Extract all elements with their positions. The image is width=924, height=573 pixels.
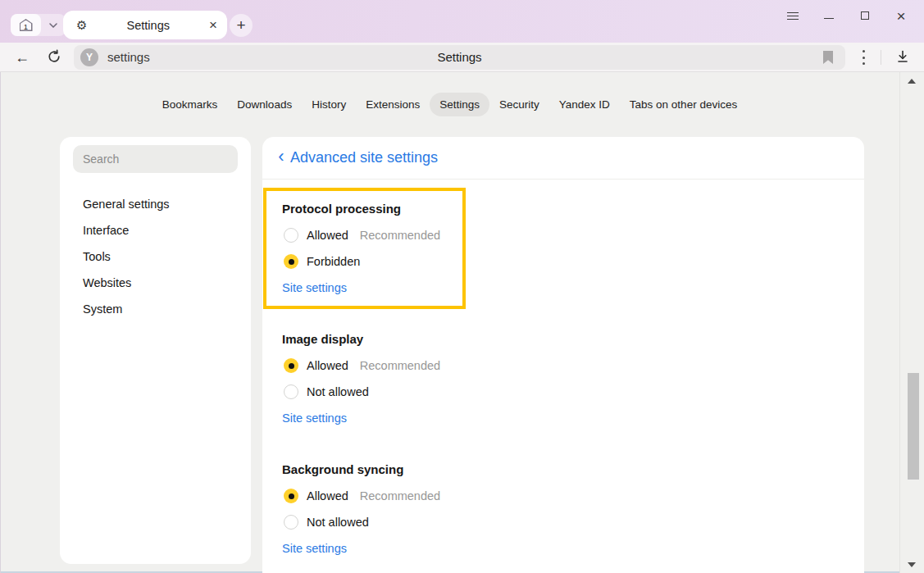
section-title: Image display xyxy=(282,331,864,348)
window-controls: × xyxy=(775,5,919,26)
maximize-button[interactable] xyxy=(847,5,883,26)
back-button[interactable]: ← xyxy=(12,48,32,67)
tab-counter-group: 1 xyxy=(11,14,66,36)
radio-option-image-display-allowed[interactable]: Allowed Recommended xyxy=(282,352,864,379)
settings-nav: BookmarksDownloadsHistoryExtensionsSetti… xyxy=(0,93,899,116)
advanced-settings-header[interactable]: ‹ Advanced site settings xyxy=(262,137,864,180)
new-tab-button[interactable]: + xyxy=(230,14,253,37)
close-icon: × xyxy=(896,8,905,24)
section-title: Protocol processing xyxy=(282,201,864,217)
close-window-button[interactable]: × xyxy=(883,5,919,26)
tab-close-icon[interactable]: × xyxy=(209,18,217,32)
address-bar[interactable]: Y settings Settings xyxy=(74,45,845,70)
sidebar-item-general-settings[interactable]: General settings xyxy=(60,191,251,217)
tab-count: 1 xyxy=(20,19,33,31)
chevron-left-icon: ‹ xyxy=(272,148,290,168)
site-settings-link[interactable]: Site settings xyxy=(282,275,347,301)
scroll-up-arrow-icon[interactable] xyxy=(908,79,916,84)
settings-nav-item-downloads[interactable]: Downloads xyxy=(227,93,302,116)
settings-nav-item-extensions[interactable]: Extensions xyxy=(356,93,430,116)
settings-section-background-syncing: Background syncing Allowed Recommended N… xyxy=(282,462,864,562)
settings-nav-item-history[interactable]: History xyxy=(302,93,356,116)
settings-nav-item-tabs-on-other-devices[interactable]: Tabs on other devices xyxy=(620,93,747,116)
radio-icon[interactable] xyxy=(284,384,298,399)
minimize-button[interactable] xyxy=(811,5,847,26)
tab-title: Settings xyxy=(87,19,209,32)
gear-icon: ⚙ xyxy=(76,19,87,31)
settings-sections: Protocol processing Allowed Recommended … xyxy=(262,180,864,562)
sidebar-item-tools[interactable]: Tools xyxy=(60,243,251,270)
settings-section-image-display: Image display Allowed Recommended Not al… xyxy=(282,331,864,431)
settings-sidebar: General settingsInterfaceToolsWebsitesSy… xyxy=(60,137,251,564)
radio-option-image-display-not-allowed[interactable]: Not allowed xyxy=(282,379,864,405)
radio-icon[interactable] xyxy=(284,358,298,373)
settings-nav-item-bookmarks[interactable]: Bookmarks xyxy=(152,93,228,116)
chevron-down-icon xyxy=(49,23,57,28)
sidebar-item-websites[interactable]: Websites xyxy=(60,270,251,296)
toolbar-separator xyxy=(881,50,881,65)
back-icon: ← xyxy=(15,49,30,66)
maximize-icon xyxy=(861,11,869,20)
minimize-icon xyxy=(824,18,834,19)
section-title: Background syncing xyxy=(282,462,864,478)
reload-icon xyxy=(47,49,61,64)
sidebar-item-system[interactable]: System xyxy=(60,296,251,322)
settings-section-protocol-processing: Protocol processing Allowed Recommended … xyxy=(282,201,864,301)
browser-window: 1 ⚙ Settings × + xyxy=(0,0,924,573)
search-input[interactable] xyxy=(73,145,238,173)
radio-option-background-syncing-not-allowed[interactable]: Not allowed xyxy=(282,509,864,535)
toolbar-more-button[interactable] xyxy=(860,50,867,65)
download-icon xyxy=(895,49,910,64)
page-scrollbar[interactable] xyxy=(899,72,924,573)
downloads-button[interactable] xyxy=(895,49,912,66)
scroll-down-arrow-icon[interactable] xyxy=(908,562,916,567)
radio-icon[interactable] xyxy=(284,515,298,530)
reload-button[interactable] xyxy=(47,49,63,66)
scrollbar-thumb[interactable] xyxy=(908,373,919,480)
radio-option-protocol-processing-forbidden[interactable]: Forbidden xyxy=(282,248,864,275)
address-toolbar: ← Y settings Settings xyxy=(0,43,924,72)
site-settings-link[interactable]: Site settings xyxy=(282,535,347,562)
radio-icon[interactable] xyxy=(284,228,298,243)
menu-icon xyxy=(787,12,799,20)
radio-option-protocol-processing-allowed[interactable]: Allowed Recommended xyxy=(282,222,864,248)
tab-list-dropdown-button[interactable] xyxy=(41,14,66,36)
settings-nav-item-yandex-id[interactable]: Yandex ID xyxy=(549,93,620,116)
sidebar-items: General settingsInterfaceToolsWebsitesSy… xyxy=(60,191,251,322)
radio-option-background-syncing-allowed[interactable]: Allowed Recommended xyxy=(282,483,864,509)
tab-bar: 1 ⚙ Settings × + xyxy=(0,0,924,43)
browser-menu-button[interactable] xyxy=(775,5,811,26)
page-title: Advanced site settings xyxy=(290,149,438,166)
radio-icon[interactable] xyxy=(284,254,298,269)
settings-nav-item-security[interactable]: Security xyxy=(489,93,549,116)
sidebar-item-interface[interactable]: Interface xyxy=(60,217,251,243)
settings-content: ‹ Advanced site settings Protocol proces… xyxy=(262,137,864,573)
radio-icon[interactable] xyxy=(284,489,298,503)
tab-counter-button[interactable]: 1 xyxy=(11,14,41,36)
tab-counter-icon: 1 xyxy=(20,19,33,31)
settings-nav-item-settings[interactable]: Settings xyxy=(430,93,489,116)
browser-tab-settings[interactable]: ⚙ Settings × xyxy=(63,11,227,39)
address-bar-page-title: Settings xyxy=(74,45,845,70)
site-settings-link[interactable]: Site settings xyxy=(282,405,347,431)
